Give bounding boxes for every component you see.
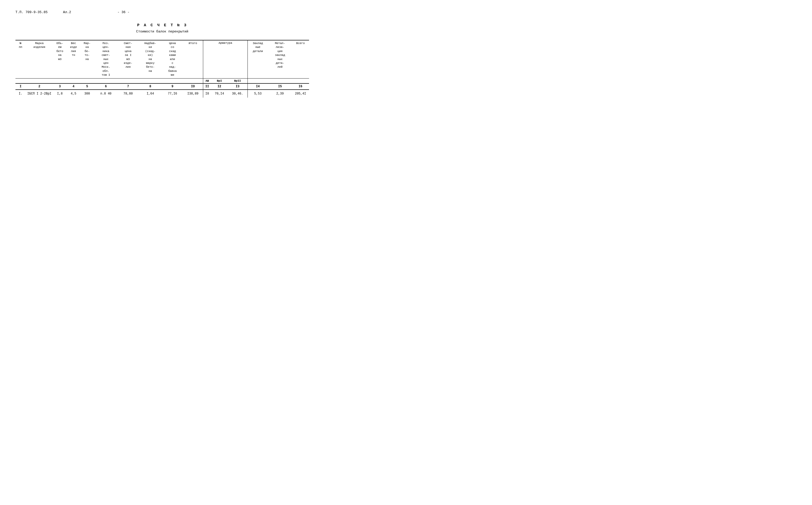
subtitle: Стоимости балок перекрытий	[15, 30, 309, 33]
row1-smet: 78,80	[118, 90, 139, 98]
doc-number: Т.П. 709-9-35.85	[15, 10, 48, 14]
title-section: Р А С Ч Е Т № 3 Стоимости балок перекрыт…	[15, 23, 309, 33]
num-16: I6	[292, 83, 309, 90]
num-4: 4	[67, 83, 80, 90]
row1-w: 4,5	[67, 90, 80, 98]
row1-ash: I8	[203, 90, 211, 98]
sheet-label: Ал.2	[63, 10, 71, 14]
row1-pos: п.8 40	[94, 90, 118, 98]
num-1: I	[15, 83, 26, 90]
row1-name: ІБСП I 2-2ВрI	[26, 90, 53, 98]
col8-header: Надбав-ки(скид-ки)намаркубето-на	[138, 40, 162, 78]
num-6: 6	[94, 83, 118, 90]
num-15: I5	[268, 83, 292, 90]
main-title: Р А С Ч Е Т № 3	[15, 23, 309, 28]
row1-metal: 2,39	[268, 90, 292, 98]
col15-header: Метал-лиза-циязакладныхдета-лей	[268, 40, 292, 78]
num-2: 2	[26, 83, 53, 90]
col7-header: Смет-наяценаза Iм3изде-лия	[118, 40, 139, 78]
row1-zaklad: 5,53	[248, 90, 268, 98]
row1-vr1: 70,I4	[211, 90, 228, 98]
col6-header: Поз.цен-никасмет-ныхценМоск.обл.том I	[94, 40, 118, 78]
row1-nadb: I,64	[138, 90, 162, 98]
num-7: 7	[118, 83, 139, 90]
row1-vsego: 205,4I	[292, 90, 309, 98]
num-8: 8	[138, 83, 162, 90]
num-14: I4	[248, 83, 268, 90]
armatura-sub-header-row: АШ ВрI ВрII	[15, 78, 309, 83]
num-3: 3	[53, 83, 67, 90]
num-5: 5	[80, 83, 94, 90]
page-number: - 36 -	[118, 10, 130, 14]
num-13: I3	[228, 83, 248, 90]
header-line: Т.П. 709-9-35.85 Ал.2 - 36 -	[15, 10, 309, 14]
col9-header: Ценасоскидкамиилиснад-бавками	[162, 40, 183, 78]
table-container: №пп Маркаизделия Объ-ембетонам3 Весиздел…	[15, 40, 309, 98]
num-9: 9	[162, 83, 183, 90]
number-row: I 2 3 4 5 6 7 8 9 IO II I2 I3 I4 I5 I6	[15, 83, 309, 90]
row1-v: I,8	[53, 90, 67, 98]
col4-header: Весизделиятн	[67, 40, 80, 78]
col16-header: Всего	[292, 40, 309, 78]
data-row-1: I. ІБСП I 2-2ВрI I,8 4,5 300 п.8 40 78,8…	[15, 90, 309, 98]
num-12: I2	[211, 83, 228, 90]
num-11: II	[203, 83, 211, 90]
row1-itogo: I38,89	[183, 90, 203, 98]
col10-header: Итого	[183, 40, 203, 78]
row1-vr2: 30,46.	[228, 90, 248, 98]
num-10: IO	[183, 83, 203, 90]
col14-header: Закладныедетали	[248, 40, 268, 78]
col13-sub: ВрII	[228, 78, 248, 83]
col5-header: Мар-кабе-то-на	[80, 40, 94, 78]
row1-price: 77,I6	[162, 90, 183, 98]
col11-sub: АШ	[203, 78, 211, 83]
armatura-group: Арматура	[203, 40, 248, 78]
col1-header: №пп	[15, 40, 26, 78]
col2-header: Маркаизделия	[26, 40, 53, 78]
row1-num: I.	[15, 90, 26, 98]
col3-header: Объ-ембетонам3	[53, 40, 67, 78]
row1-mark: 300	[80, 90, 94, 98]
col12-sub: ВрI	[211, 78, 228, 83]
header-row: №пп Маркаизделия Объ-ембетонам3 Весиздел…	[15, 40, 309, 78]
